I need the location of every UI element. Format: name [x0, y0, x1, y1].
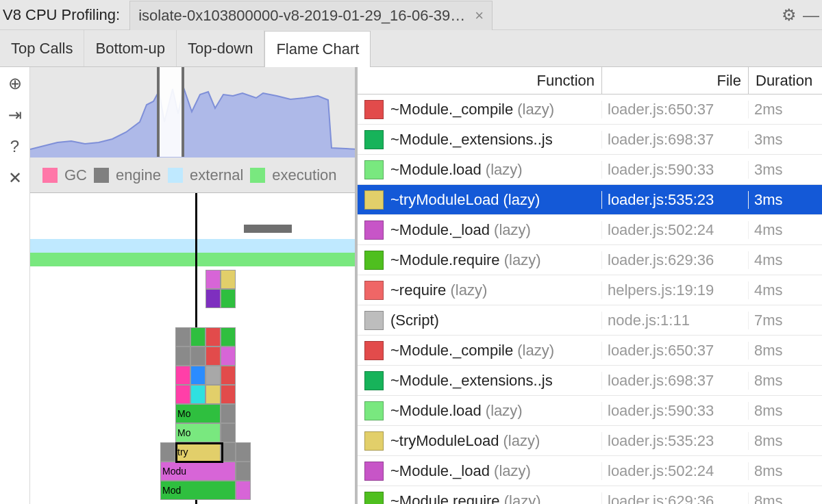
- overview-selection[interactable]: [157, 67, 184, 157]
- row-color-swatch: [364, 462, 384, 481]
- flame-frame[interactable]: [221, 366, 236, 385]
- gear-icon[interactable]: ⚙: [778, 5, 800, 25]
- flame-frame[interactable]: [221, 385, 236, 404]
- tab-top-calls[interactable]: Top Calls: [0, 30, 84, 66]
- table-row[interactable]: ~Module._extensions..jsloader.js:698:378…: [358, 366, 822, 396]
- flame-frame[interactable]: Mo: [175, 423, 221, 442]
- flame-frame-highlight: [175, 442, 223, 463]
- table-row[interactable]: ~Module.require (lazy)loader.js:629:368m…: [358, 486, 822, 504]
- row-function: ~Module.require (lazy): [390, 251, 601, 269]
- flame-frame[interactable]: [175, 346, 190, 366]
- profiler-tabs: Top CallsBottom-upTop-downFlame Chart: [0, 30, 822, 67]
- flame-frame[interactable]: Mo: [175, 404, 221, 423]
- row-function: ~Module.load (lazy): [390, 161, 601, 179]
- col-file[interactable]: File: [601, 67, 748, 94]
- flame-frame[interactable]: [175, 327, 190, 346]
- legend-swatch-engine: [94, 168, 109, 183]
- expand-icon[interactable]: ⇤: [0, 105, 29, 125]
- row-color-swatch: [364, 130, 384, 149]
- col-duration[interactable]: Duration: [748, 67, 822, 94]
- title-bar: V8 CPU Profiling: isolate-0x103800000-v8…: [0, 0, 822, 30]
- call-table: Function File Duration ~Module._compile …: [358, 67, 822, 504]
- flame-frame[interactable]: [236, 462, 251, 481]
- table-row[interactable]: ~Module._compile (lazy)loader.js:650:378…: [358, 336, 822, 366]
- row-color-swatch: [364, 190, 384, 210]
- row-duration: 8ms: [748, 402, 822, 420]
- flame-frame[interactable]: [236, 481, 251, 500]
- table-row[interactable]: ~Module._load (lazy)loader.js:502:248ms: [358, 456, 822, 486]
- row-duration: 3ms: [748, 161, 822, 179]
- tab-top-down[interactable]: Top-down: [177, 30, 264, 66]
- table-row[interactable]: ~Module.require (lazy)loader.js:629:364m…: [358, 245, 822, 275]
- flame-frame[interactable]: Modu: [160, 462, 236, 481]
- flame-frame[interactable]: [221, 346, 236, 366]
- row-duration: 3ms: [748, 191, 822, 209]
- row-function: ~Module._extensions..js: [390, 131, 601, 149]
- row-color-swatch: [364, 160, 384, 179]
- flame-frame[interactable]: [221, 270, 236, 289]
- tab-bottom-up[interactable]: Bottom-up: [84, 30, 177, 66]
- profile-file-tab[interactable]: isolate-0x103800000-v8-2019-01-29_16-06-…: [129, 1, 493, 30]
- flame-frame[interactable]: [175, 366, 190, 385]
- close-icon[interactable]: ✕: [0, 168, 29, 188]
- table-row[interactable]: (Script)node.js:1:117ms: [358, 305, 822, 336]
- flame-frame[interactable]: [190, 327, 206, 346]
- zoom-in-icon[interactable]: ⊕: [0, 74, 29, 93]
- flame-frame[interactable]: [190, 346, 206, 366]
- row-file: loader.js:629:36: [601, 251, 748, 269]
- row-duration: 8ms: [748, 342, 822, 360]
- overview-sparkline: [30, 67, 358, 158]
- flame-frame[interactable]: [221, 327, 236, 346]
- table-row[interactable]: ~require (lazy)helpers.js:19:194ms: [358, 275, 822, 305]
- flame-frame[interactable]: [160, 442, 175, 462]
- help-icon[interactable]: ?: [0, 137, 29, 156]
- row-color-swatch: [364, 431, 384, 451]
- flame-frame[interactable]: [206, 289, 221, 308]
- flame-frame[interactable]: [206, 327, 221, 346]
- row-function: ~require (lazy): [390, 281, 601, 299]
- legend-swatch-external: [168, 168, 183, 183]
- tab-flame-chart[interactable]: Flame Chart: [264, 31, 371, 67]
- table-row[interactable]: ~Module.load (lazy)loader.js:590:338ms: [358, 396, 822, 426]
- close-file-icon[interactable]: ×: [475, 7, 484, 25]
- panel-title: V8 CPU Profiling:: [0, 6, 129, 24]
- row-color-swatch: [364, 281, 384, 300]
- row-function: ~tryModuleLoad (lazy): [390, 191, 601, 209]
- flame-frame[interactable]: [190, 385, 206, 404]
- row-color-swatch: [364, 371, 384, 390]
- table-row[interactable]: ~Module._extensions..jsloader.js:698:373…: [358, 125, 822, 155]
- table-row[interactable]: ~Module._load (lazy)loader.js:502:244ms: [358, 215, 822, 245]
- row-duration: 8ms: [748, 432, 822, 450]
- table-row[interactable]: ~tryModuleLoad (lazy)loader.js:535:238ms: [358, 426, 822, 456]
- legend: GCengineexternalexecution: [30, 158, 355, 193]
- table-row[interactable]: ~Module.load (lazy)loader.js:590:333ms: [358, 155, 822, 185]
- row-color-swatch: [364, 401, 384, 420]
- flame-frame[interactable]: [206, 385, 221, 404]
- col-function[interactable]: Function: [358, 67, 601, 94]
- flame-frame[interactable]: [221, 404, 236, 423]
- row-file: loader.js:590:33: [601, 402, 748, 420]
- flame-frame[interactable]: [206, 270, 221, 289]
- flame-frame[interactable]: [221, 423, 236, 442]
- flame-frame[interactable]: [221, 289, 236, 308]
- table-row[interactable]: ~tryModuleLoad (lazy)loader.js:535:233ms: [358, 185, 822, 215]
- minimize-icon[interactable]: —: [800, 5, 822, 25]
- flame-chart-canvas[interactable]: MoMotryModuMod: [30, 193, 355, 504]
- legend-label: execution: [272, 166, 336, 184]
- flame-frame[interactable]: [236, 442, 251, 462]
- row-color-swatch: [364, 341, 384, 360]
- timeline-overview[interactable]: [30, 67, 355, 158]
- flame-frame[interactable]: [206, 346, 221, 366]
- flame-frame[interactable]: [206, 366, 221, 385]
- row-file: loader.js:535:23: [601, 191, 748, 209]
- row-duration: 8ms: [748, 462, 822, 480]
- execution-band: [30, 253, 355, 266]
- flame-frame[interactable]: [190, 366, 206, 385]
- row-file: loader.js:502:24: [601, 221, 748, 239]
- table-body: ~Module._compile (lazy)loader.js:650:372…: [358, 94, 822, 504]
- table-row[interactable]: ~Module._compile (lazy)loader.js:650:372…: [358, 94, 822, 125]
- row-duration: 8ms: [748, 372, 822, 390]
- flame-frame[interactable]: Mod: [160, 481, 236, 500]
- flame-frame[interactable]: [175, 385, 190, 404]
- row-function: ~Module.require (lazy): [390, 492, 601, 505]
